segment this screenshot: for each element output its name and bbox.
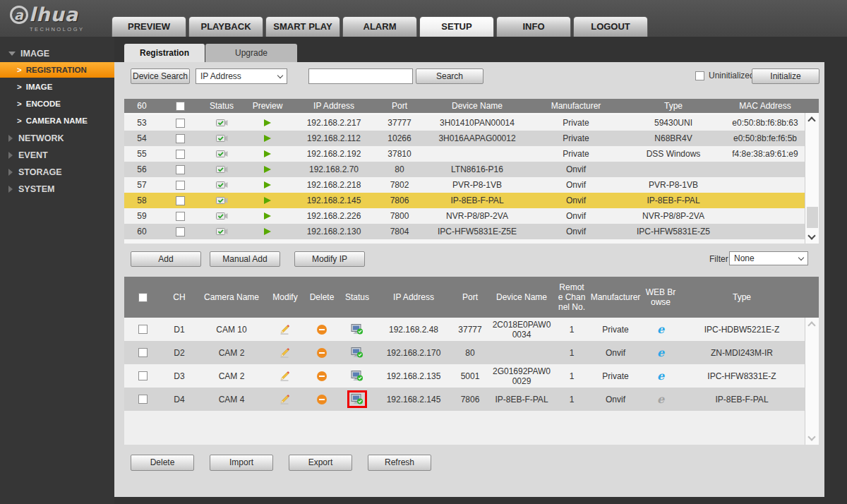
device-search-button[interactable]: Device Search bbox=[131, 68, 190, 84]
preview-play-icon[interactable] bbox=[264, 181, 271, 188]
row-checkbox[interactable] bbox=[138, 371, 148, 380]
modify-ip-button[interactable]: Modify IP bbox=[294, 251, 365, 267]
scroll-down-icon[interactable] bbox=[807, 433, 815, 440]
ie-browser-icon[interactable]: e bbox=[657, 325, 664, 335]
col-ip-address: IP Address bbox=[376, 277, 452, 318]
sidebar-item-image[interactable]: >IMAGE bbox=[0, 79, 114, 95]
table-row[interactable]: D4 CAM 4 192.168.2.145 7806 IP-8EB-F-PAL… bbox=[124, 388, 805, 411]
tab-setup[interactable]: SETUP bbox=[419, 16, 494, 37]
col-manufacturer: Manufacturer bbox=[589, 277, 642, 318]
tab-logout[interactable]: LOGOUT bbox=[573, 16, 648, 37]
row-checkbox[interactable] bbox=[138, 348, 148, 357]
table-row-selected[interactable]: 58 192.168.2.145 7806 IP-8EB-F-PAL Onvif… bbox=[124, 193, 805, 208]
preview-play-icon[interactable] bbox=[264, 228, 271, 235]
search-input[interactable] bbox=[308, 68, 413, 84]
cell-port: 80 bbox=[376, 162, 424, 177]
cell-device-name: 2C018E0PAW00034 bbox=[488, 318, 555, 341]
table-row[interactable]: 59 192.168.2.226 7800 NVR-P8/8P-2VA Onvi… bbox=[124, 208, 805, 224]
preview-play-icon[interactable] bbox=[264, 135, 271, 142]
preview-play-icon[interactable] bbox=[264, 197, 271, 204]
table-row[interactable]: D2 CAM 2 192.168.2.170 80 1 Onvif e ZN-M… bbox=[124, 341, 805, 364]
row-checkbox[interactable] bbox=[176, 212, 185, 221]
sidebar-item-camera-name[interactable]: >CAMERA NAME bbox=[0, 113, 114, 128]
ie-browser-icon[interactable]: e bbox=[657, 348, 664, 358]
scrollbar[interactable] bbox=[805, 113, 819, 244]
delete-minus-icon[interactable] bbox=[317, 325, 327, 335]
cell-channel: D3 bbox=[161, 364, 198, 388]
select-all-checkbox[interactable] bbox=[176, 102, 185, 111]
sidebar-group-storage[interactable]: STORAGE bbox=[0, 164, 114, 181]
sidebar-group-system[interactable]: SYSTEM bbox=[0, 181, 114, 198]
scrollbar[interactable] bbox=[805, 318, 819, 445]
search-type-select[interactable]: IP Address bbox=[196, 68, 287, 84]
scroll-up-icon[interactable] bbox=[807, 321, 815, 329]
row-checkbox[interactable] bbox=[176, 134, 185, 143]
cell-device-name: 2G01692PAW00029 bbox=[488, 364, 555, 388]
table-row[interactable]: D3 CAM 2 192.168.2.135 5001 2G01692PAW00… bbox=[124, 364, 805, 388]
row-checkbox[interactable] bbox=[176, 165, 185, 174]
initialize-button[interactable]: Initialize bbox=[752, 68, 819, 84]
scroll-up-icon[interactable] bbox=[807, 116, 815, 124]
delete-minus-icon[interactable] bbox=[317, 371, 327, 381]
row-checkbox[interactable] bbox=[138, 325, 148, 334]
tab-info[interactable]: INFO bbox=[496, 16, 571, 37]
modify-pencil-icon[interactable] bbox=[280, 347, 291, 359]
preview-play-icon[interactable] bbox=[264, 212, 271, 220]
table-row[interactable]: 53 192.168.2.217 37777 3H01410PAN00014 P… bbox=[124, 115, 805, 131]
filter-select[interactable]: None bbox=[729, 251, 808, 265]
table-row[interactable]: 57 192.168.2.218 7802 PVR-P8-1VB Onvif P… bbox=[124, 177, 805, 193]
table-row[interactable]: 56 192.168.2.70 80 LTN8616-P16 Onvif bbox=[124, 162, 805, 177]
preview-play-icon[interactable] bbox=[264, 166, 271, 173]
status-connected-icon[interactable] bbox=[351, 324, 364, 335]
row-checkbox[interactable] bbox=[138, 395, 148, 404]
sidebar-item-registration[interactable]: >REGISTRATION bbox=[0, 62, 114, 78]
scrollbar-thumb[interactable] bbox=[807, 207, 818, 228]
add-button[interactable]: Add bbox=[131, 251, 201, 267]
manual-add-button[interactable]: Manual Add bbox=[210, 251, 280, 267]
sidebar-group-network[interactable]: NETWORK bbox=[0, 130, 114, 147]
delete-minus-icon[interactable] bbox=[317, 395, 327, 404]
tab-preview[interactable]: PREVIEW bbox=[112, 16, 186, 37]
row-checkbox[interactable] bbox=[176, 227, 185, 236]
delete-minus-icon[interactable] bbox=[317, 348, 327, 358]
tab-registration[interactable]: Registration bbox=[124, 44, 205, 62]
table-row[interactable]: 60 192.168.2.130 7804 IPC-HFW5831E-Z5E O… bbox=[124, 224, 805, 239]
ie-browser-icon[interactable]: e bbox=[657, 395, 664, 404]
scroll-down-icon[interactable] bbox=[807, 232, 815, 239]
cell-manufacturer: Onvif bbox=[589, 388, 642, 411]
col-manufacturer: Manufacturer bbox=[531, 99, 621, 113]
tab-playback[interactable]: PLAYBACK bbox=[188, 16, 263, 37]
preview-play-icon[interactable] bbox=[264, 119, 271, 126]
sidebar-group-image[interactable]: IMAGE bbox=[0, 45, 114, 62]
preview-play-icon[interactable] bbox=[264, 150, 271, 157]
row-checkbox[interactable] bbox=[176, 196, 185, 205]
refresh-button[interactable]: Refresh bbox=[368, 455, 431, 471]
status-connected-icon[interactable] bbox=[351, 394, 364, 404]
cell-type: IP-8EB-F-PAL bbox=[679, 388, 805, 411]
status-connected-icon[interactable] bbox=[351, 347, 364, 358]
table-row[interactable]: D1 CAM 10 192.168.2.48 37777 2C018E0PAW0… bbox=[124, 318, 805, 341]
export-button[interactable]: Export bbox=[289, 455, 352, 471]
cell-device-name: LTN8616-P16 bbox=[424, 162, 531, 177]
sidebar-group-event[interactable]: EVENT bbox=[0, 147, 114, 164]
tab-smart-play[interactable]: SMART PLAY bbox=[265, 16, 340, 37]
modify-pencil-icon[interactable] bbox=[280, 371, 291, 382]
cell-type: PVR-P8-1VB bbox=[621, 177, 726, 193]
modify-pencil-icon[interactable] bbox=[280, 324, 291, 335]
table-row[interactable]: 54 192.168.2.112 10266 3H016AAPAG00012 P… bbox=[124, 131, 805, 146]
row-checkbox[interactable] bbox=[176, 119, 185, 128]
ie-browser-icon[interactable]: e bbox=[657, 371, 664, 381]
table-row[interactable]: 55 192.168.2.192 37810 Private DSS Windo… bbox=[124, 146, 805, 162]
sidebar-item-encode[interactable]: >ENCODE bbox=[0, 96, 114, 112]
import-button[interactable]: Import bbox=[210, 455, 273, 471]
uninitialized-checkbox[interactable] bbox=[695, 71, 704, 80]
status-connected-icon[interactable] bbox=[351, 371, 364, 381]
delete-button[interactable]: Delete bbox=[131, 455, 194, 471]
tab-upgrade[interactable]: Upgrade bbox=[205, 44, 297, 62]
search-button[interactable]: Search bbox=[416, 68, 483, 84]
select-all-checkbox[interactable] bbox=[138, 293, 148, 302]
row-checkbox[interactable] bbox=[176, 181, 185, 190]
row-checkbox[interactable] bbox=[176, 150, 185, 159]
modify-pencil-icon[interactable] bbox=[280, 394, 291, 405]
tab-alarm[interactable]: ALARM bbox=[342, 16, 417, 37]
